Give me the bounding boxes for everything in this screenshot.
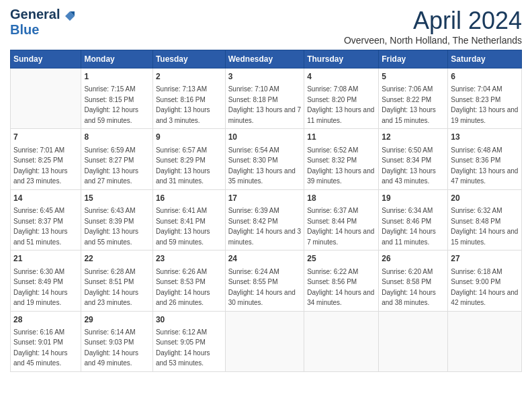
sunset: Sunset: 9:00 PM — [451, 278, 500, 285]
sunrise: Sunrise: 6:34 AM — [382, 207, 433, 214]
day-number: 18 — [307, 193, 375, 204]
day-number: 17 — [228, 193, 302, 204]
daylight: Daylight: 14 hours and 26 minutes. — [156, 289, 210, 307]
daylight: Daylight: 13 hours and 47 minutes. — [451, 167, 518, 185]
sunset: Sunset: 8:36 PM — [451, 156, 500, 164]
sunset: Sunset: 8:16 PM — [156, 96, 206, 103]
calendar-cell: 3Sunrise: 7:10 AMSunset: 8:18 PMDaylight… — [225, 68, 304, 129]
sunset: Sunset: 8:29 PM — [156, 156, 206, 164]
sunrise: Sunrise: 6:30 AM — [13, 268, 64, 275]
location: Overveen, North Holland, The Netherlands — [344, 35, 522, 46]
daylight: Daylight: 12 hours and 59 minutes. — [84, 106, 138, 124]
calendar-cell: 18Sunrise: 6:37 AMSunset: 8:44 PMDayligh… — [304, 189, 379, 250]
sunset: Sunset: 8:18 PM — [228, 96, 278, 103]
sunset: Sunset: 9:01 PM — [13, 338, 63, 346]
daylight: Daylight: 13 hours and 35 minutes. — [228, 167, 296, 185]
day-number: 2 — [156, 71, 222, 83]
daylight: Daylight: 14 hours and 49 minutes. — [84, 349, 138, 367]
calendar-cell: 19Sunrise: 6:34 AMSunset: 8:46 PMDayligh… — [379, 189, 448, 250]
day-number: 29 — [84, 314, 149, 326]
calendar-cell: 24Sunrise: 6:24 AMSunset: 8:55 PMDayligh… — [225, 250, 304, 311]
day-number: 19 — [382, 193, 445, 204]
sunset: Sunset: 8:30 PM — [228, 156, 278, 164]
sunset: Sunset: 9:05 PM — [156, 338, 206, 346]
calendar-cell: 1Sunrise: 7:15 AMSunset: 8:15 PMDaylight… — [81, 68, 152, 129]
sunset: Sunset: 8:22 PM — [382, 96, 431, 103]
sunset: Sunset: 8:41 PM — [156, 218, 206, 225]
sunrise: Sunrise: 6:18 AM — [451, 268, 502, 275]
calendar-cell — [379, 311, 448, 371]
col-thursday: Thursday — [304, 50, 379, 68]
daylight: Daylight: 13 hours and 43 minutes. — [382, 167, 436, 185]
sunrise: Sunrise: 6:48 AM — [451, 146, 502, 154]
calendar-cell: 14Sunrise: 6:45 AMSunset: 8:37 PMDayligh… — [11, 189, 81, 250]
calendar-cell: 5Sunrise: 7:06 AMSunset: 8:22 PMDaylight… — [379, 68, 448, 129]
daylight: Daylight: 13 hours and 51 minutes. — [13, 228, 68, 246]
logo-text-blue: Blue — [10, 22, 39, 37]
sunrise: Sunrise: 7:06 AM — [382, 85, 433, 93]
sunset: Sunset: 8:39 PM — [84, 218, 134, 225]
daylight: Daylight: 14 hours and 23 minutes. — [84, 289, 138, 307]
calendar-cell — [11, 68, 81, 129]
calendar-cell: 30Sunrise: 6:12 AMSunset: 9:05 PMDayligh… — [152, 311, 225, 371]
sunrise: Sunrise: 6:12 AM — [156, 328, 207, 336]
daylight: Daylight: 13 hours and 19 minutes. — [451, 106, 518, 124]
calendar-cell: 15Sunrise: 6:43 AMSunset: 8:39 PMDayligh… — [81, 189, 152, 250]
sunrise: Sunrise: 7:04 AM — [451, 85, 502, 93]
daylight: Daylight: 14 hours and 19 minutes. — [13, 289, 68, 307]
sunrise: Sunrise: 6:52 AM — [307, 146, 358, 154]
day-number: 14 — [13, 193, 78, 204]
calendar-cell — [448, 311, 522, 371]
day-number: 11 — [307, 132, 375, 143]
daylight: Daylight: 14 hours and 11 minutes. — [382, 228, 436, 246]
day-number: 16 — [156, 193, 222, 204]
day-number: 27 — [451, 253, 519, 265]
calendar-cell: 23Sunrise: 6:26 AMSunset: 8:53 PMDayligh… — [152, 250, 225, 311]
daylight: Daylight: 13 hours and 27 minutes. — [84, 167, 138, 185]
sunset: Sunset: 8:49 PM — [13, 278, 63, 285]
calendar-week-1: 1Sunrise: 7:15 AMSunset: 8:15 PMDaylight… — [11, 68, 522, 129]
sunset: Sunset: 8:34 PM — [382, 156, 431, 164]
daylight: Daylight: 14 hours and 42 minutes. — [451, 289, 518, 307]
sunrise: Sunrise: 6:37 AM — [307, 207, 358, 214]
calendar-table: Sunday Monday Tuesday Wednesday Thursday… — [10, 50, 522, 372]
calendar-cell: 12Sunrise: 6:50 AMSunset: 8:34 PMDayligh… — [379, 129, 448, 189]
sunrise: Sunrise: 7:08 AM — [307, 85, 358, 93]
calendar-cell: 6Sunrise: 7:04 AMSunset: 8:23 PMDaylight… — [448, 68, 522, 129]
calendar-week-2: 7Sunrise: 7:01 AMSunset: 8:25 PMDaylight… — [11, 129, 522, 189]
daylight: Daylight: 14 hours and 34 minutes. — [307, 289, 374, 307]
sunrise: Sunrise: 7:13 AM — [156, 85, 207, 93]
daylight: Daylight: 14 hours and 53 minutes. — [156, 349, 210, 367]
day-number: 13 — [451, 132, 519, 143]
calendar-cell — [304, 311, 379, 371]
sunrise: Sunrise: 6:14 AM — [84, 328, 135, 336]
header: General Blue April 2024 Overveen, North … — [10, 7, 522, 46]
sunrise: Sunrise: 6:20 AM — [382, 268, 433, 275]
sunrise: Sunrise: 6:16 AM — [13, 328, 64, 336]
sunset: Sunset: 8:42 PM — [228, 218, 278, 225]
sunrise: Sunrise: 6:24 AM — [228, 268, 279, 275]
calendar-week-3: 14Sunrise: 6:45 AMSunset: 8:37 PMDayligh… — [11, 189, 522, 250]
sunset: Sunset: 8:25 PM — [13, 156, 63, 164]
calendar-cell: 22Sunrise: 6:28 AMSunset: 8:51 PMDayligh… — [81, 250, 152, 311]
day-number: 28 — [13, 314, 78, 326]
calendar-cell: 7Sunrise: 7:01 AMSunset: 8:25 PMDaylight… — [11, 129, 81, 189]
sunrise: Sunrise: 7:15 AM — [84, 85, 135, 93]
daylight: Daylight: 13 hours and 55 minutes. — [84, 228, 138, 246]
col-friday: Friday — [379, 50, 448, 68]
day-number: 12 — [382, 132, 445, 143]
sunset: Sunset: 8:23 PM — [451, 96, 500, 103]
sunrise: Sunrise: 6:41 AM — [156, 207, 207, 214]
day-number: 25 — [307, 253, 375, 265]
calendar-cell: 21Sunrise: 6:30 AMSunset: 8:49 PMDayligh… — [11, 250, 81, 311]
daylight: Daylight: 14 hours and 45 minutes. — [13, 349, 68, 367]
daylight: Daylight: 14 hours and 38 minutes. — [382, 289, 436, 307]
day-number: 1 — [84, 71, 149, 83]
calendar-cell: 9Sunrise: 6:57 AMSunset: 8:29 PMDaylight… — [152, 129, 225, 189]
calendar-cell: 16Sunrise: 6:41 AMSunset: 8:41 PMDayligh… — [152, 189, 225, 250]
day-number: 22 — [84, 253, 149, 265]
day-number: 7 — [13, 132, 78, 143]
sunrise: Sunrise: 7:10 AM — [228, 85, 279, 93]
daylight: Daylight: 13 hours and 7 minutes. — [228, 106, 301, 124]
page-container: General Blue April 2024 Overveen, North … — [0, 0, 532, 379]
